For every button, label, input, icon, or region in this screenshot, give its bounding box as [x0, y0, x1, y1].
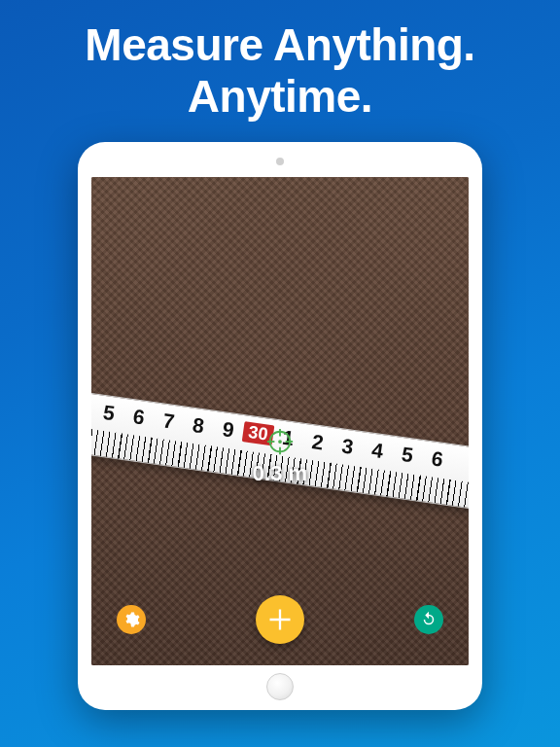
- ruler-number: 8: [182, 412, 215, 437]
- ruler-number: 5: [391, 442, 424, 466]
- crosshair-svg: [265, 427, 295, 456]
- headline-line-2: Anytime.: [188, 71, 372, 122]
- svg-point-5: [278, 440, 282, 444]
- app-screen: 45678930123456 0.3 m: [91, 177, 469, 665]
- ruler-number: 7: [153, 409, 186, 433]
- refresh-icon: [420, 611, 438, 628]
- ruler-number: 6: [122, 405, 156, 429]
- ruler-number: 4: [362, 438, 395, 462]
- settings-button[interactable]: [117, 605, 146, 634]
- reset-button[interactable]: [414, 605, 443, 634]
- ruler-number: 9: [212, 417, 245, 442]
- ruler-number: 5: [92, 400, 125, 424]
- gear-icon: [122, 611, 140, 628]
- plus-icon: [266, 606, 294, 633]
- ruler-number: 6: [421, 446, 454, 471]
- status-bar: [91, 177, 469, 193]
- device-camera-dot: [276, 158, 284, 165]
- ruler-number: 2: [301, 430, 334, 454]
- crosshair-icon[interactable]: [265, 427, 295, 456]
- add-point-button[interactable]: [256, 595, 304, 644]
- device-home-button: [266, 673, 294, 700]
- tablet-device-frame: 45678930123456 0.3 m: [78, 142, 482, 710]
- headline-line-1: Measure Anything.: [85, 19, 474, 70]
- measurement-readout: 0.3 m: [253, 461, 307, 486]
- promo-headline: Measure Anything. Anytime.: [85, 19, 474, 123]
- ruler-number: 3: [332, 434, 365, 458]
- bottom-toolbar: [91, 595, 469, 644]
